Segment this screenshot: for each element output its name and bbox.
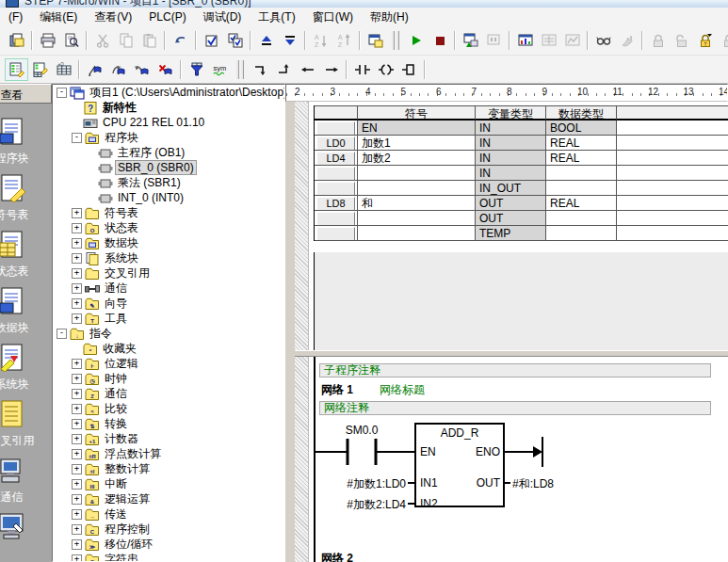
menu-item-[interactable]: PLC(P): [140, 8, 194, 26]
comment-cell[interactable]: [617, 120, 728, 136]
cut-button[interactable]: [90, 29, 114, 52]
symbol-cell[interactable]: EN: [358, 120, 476, 136]
chart-2-button[interactable]: [537, 29, 560, 52]
var-type-cell[interactable]: IN: [476, 136, 546, 151]
sort-asc-button[interactable]: AZ: [332, 29, 356, 52]
network-comment[interactable]: 网络注释: [319, 401, 711, 415]
line-right-button[interactable]: [319, 58, 343, 81]
navbar-item-程序块[interactable]: 程序块: [0, 117, 52, 167]
tree-expand-plus[interactable]: +: [72, 268, 82, 279]
tree-item-移位/循环[interactable]: +≫移位/循环: [53, 537, 284, 552]
tree-expand-minus[interactable]: -: [57, 329, 67, 339]
vertical-splitter[interactable]: [285, 84, 295, 562]
address-cell[interactable]: LD8: [316, 197, 355, 211]
box-title[interactable]: ADD_R: [415, 426, 504, 440]
tree-expand-plus[interactable]: +: [72, 298, 82, 309]
network-2-label[interactable]: 网络 2: [321, 551, 353, 562]
address-cell[interactable]: [316, 227, 355, 241]
symbol-cell[interactable]: [358, 166, 476, 181]
open-button[interactable]: [5, 29, 28, 52]
address-cell[interactable]: [316, 182, 355, 196]
menu-item-窗口[interactable]: 窗口(W): [304, 7, 362, 28]
upload-button[interactable]: [254, 29, 278, 52]
tree-expand-plus[interactable]: +: [72, 524, 82, 535]
pointer-button[interactable]: [615, 29, 639, 52]
menu-item-查看[interactable]: 查看(V): [86, 7, 140, 28]
boxop-button[interactable]: [397, 58, 421, 81]
lock-3-button[interactable]: T: [693, 29, 717, 52]
menu-item-帮助[interactable]: 帮助(H): [362, 7, 417, 28]
sym-button[interactable]: sym: [208, 58, 232, 81]
data-type-cell[interactable]: [546, 226, 617, 241]
undo-button[interactable]: [169, 29, 192, 52]
funnel-button[interactable]: [185, 58, 208, 81]
tree-item-逻辑运算[interactable]: +&逻辑运算: [53, 491, 284, 506]
tree-expand-plus[interactable]: +: [72, 374, 82, 384]
line-up-button[interactable]: [272, 58, 296, 81]
tree-item-状态表[interactable]: +O状态表: [53, 220, 284, 235]
network-1-title[interactable]: 网络标题: [380, 382, 425, 398]
tree-item-传送[interactable]: +→传送: [53, 506, 284, 522]
tree-item-计数器[interactable]: ++1计数器: [53, 431, 284, 446]
tree-item-中断[interactable]: +III中断: [53, 476, 284, 491]
navbar-item-bottom[interactable]: [0, 512, 52, 546]
line-down-button[interactable]: [249, 58, 272, 81]
pen-button[interactable]: [83, 58, 106, 81]
symbol-cell[interactable]: 和: [358, 196, 476, 211]
navbar-item-状态表[interactable]: 状态表: [0, 230, 52, 280]
navbar-header-view[interactable]: 查看: [0, 84, 52, 104]
var-type-cell[interactable]: IN: [476, 120, 546, 136]
navbar-item-系统块[interactable]: 系统块: [0, 343, 52, 393]
menu-item-工具[interactable]: 工具(T): [250, 7, 303, 28]
tree-expand-minus[interactable]: -: [57, 88, 67, 98]
tree-expand-minus[interactable]: -: [72, 133, 82, 143]
variable-table[interactable]: 符号变量类型数据类型ENINBOOLLD0加数1INREALLD4加数2INRE…: [314, 105, 728, 241]
tree-expand-plus[interactable]: +: [72, 389, 82, 399]
line-left-button[interactable]: [296, 58, 319, 81]
ladder-editor[interactable]: 子程序注释 网络 1 网络标题 网络注释 SM0.0 ADD_R EN ENO …: [295, 357, 728, 562]
tree-item-CPU[interactable]: CPU 221 REL 01.10: [53, 115, 284, 130]
tree-expand-plus[interactable]: +: [72, 494, 82, 505]
tree-item-转换[interactable]: +⇅转换: [53, 416, 284, 431]
coil-button[interactable]: [374, 58, 397, 81]
tree-item-位逻辑[interactable]: +⊦位逻辑: [53, 356, 284, 371]
tree-item-程序控制[interactable]: +C程序控制: [53, 522, 284, 537]
menu-item-调试[interactable]: 调试(D): [195, 7, 251, 28]
address-cell[interactable]: [316, 212, 355, 226]
stop-button[interactable]: [428, 29, 451, 52]
t1-button[interactable]: [5, 58, 28, 81]
tree-item-主程序[interactable]: 主程序 (OB1): [53, 145, 284, 160]
run-button[interactable]: [404, 29, 428, 52]
contact-button[interactable]: [350, 58, 374, 81]
lock-2-button[interactable]: [670, 29, 693, 52]
data-type-cell[interactable]: [546, 166, 617, 181]
contact-operand[interactable]: SM0.0: [338, 424, 385, 437]
address-cell[interactable]: [316, 167, 355, 181]
horizontal-splitter[interactable]: [295, 350, 728, 357]
in2-operand[interactable]: #加数2:LD4: [317, 497, 406, 513]
data-type-cell[interactable]: [546, 211, 617, 226]
symbol-cell[interactable]: [358, 211, 476, 226]
goggles-button[interactable]: [591, 29, 615, 52]
address-cell[interactable]: [316, 121, 355, 136]
comment-cell[interactable]: [617, 166, 728, 181]
tree-item-时钟[interactable]: +◷时钟: [53, 371, 284, 386]
tree-item-系统块[interactable]: +系统块: [53, 250, 284, 265]
tree-expand-plus[interactable]: +: [72, 449, 82, 459]
comment-cell[interactable]: [617, 226, 728, 241]
tree-item-指令[interactable]: -↓指令: [53, 326, 284, 341]
tree-expand-plus[interactable]: +: [72, 434, 82, 444]
comment-cell[interactable]: [617, 151, 728, 166]
tree-expand-plus[interactable]: +: [72, 223, 82, 233]
var-type-cell[interactable]: IN: [476, 151, 546, 166]
tree-item-浮点数计算[interactable]: +±R浮点数计算: [53, 446, 284, 461]
chart-3-button[interactable]: [560, 29, 584, 52]
tree-item-交叉引用[interactable]: +交叉引用: [53, 265, 284, 281]
toolbar-grip[interactable]: [236, 60, 244, 79]
pen-2-button[interactable]: [106, 58, 130, 81]
data-type-cell[interactable]: REAL: [546, 136, 617, 151]
compile-all-button[interactable]: [223, 29, 247, 52]
navbar-item-符号表[interactable]: 符号表: [0, 173, 52, 223]
navbar-item-交叉引用[interactable]: 交叉引用: [0, 399, 52, 449]
lock-1-button[interactable]: [646, 29, 670, 52]
